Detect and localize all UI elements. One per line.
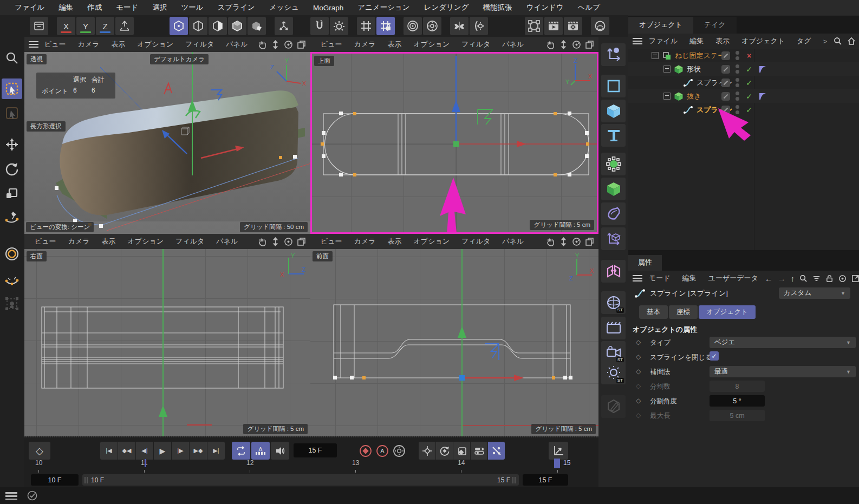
panel-menu-icon[interactable] (633, 275, 642, 282)
motext-button[interactable] (601, 124, 626, 147)
light-object-button[interactable]: ST (601, 362, 626, 384)
attr-menu-mode[interactable]: モード (643, 273, 676, 283)
vp-menu-panel[interactable]: パネル (220, 40, 253, 49)
enabled-mark[interactable]: ✓ (744, 92, 754, 101)
previous-selection-tool[interactable] (2, 103, 22, 123)
menu-spline[interactable]: スプライン (211, 3, 262, 12)
next-key-button[interactable]: ▶◆ (190, 442, 207, 460)
key-diamond-icon[interactable]: ◇ (636, 397, 641, 404)
object-label[interactable]: 形状 (687, 64, 701, 74)
orbit-icon[interactable] (284, 237, 293, 246)
close-spline-checkbox[interactable]: ✓ (710, 351, 719, 361)
toggle-view-icon[interactable] (297, 237, 306, 246)
key-rotation-toggle[interactable] (436, 442, 453, 460)
menu-file[interactable]: ファイル (8, 3, 51, 12)
key-scale-toggle[interactable] (453, 442, 470, 460)
rotate-tool[interactable] (2, 159, 22, 179)
ruler-tick-12[interactable]: 12 (246, 459, 253, 467)
keyframe-settings-button[interactable] (391, 442, 407, 460)
viewport-perspective-canvas[interactable]: 透視 デフォルトカメラ 選択合計 ポイント66 長方形選択 Y X Z ビューの… (24, 52, 310, 234)
om-menu-overflow[interactable]: > (818, 37, 833, 45)
dolly-icon[interactable] (271, 40, 280, 49)
loop-playback-button[interactable] (232, 442, 250, 460)
orbit-icon[interactable] (572, 237, 581, 246)
toggle-view-icon[interactable] (585, 40, 594, 49)
modeling-settings-button[interactable] (470, 17, 488, 35)
goto-start-button[interactable]: |◀ (100, 442, 118, 460)
attr-menu-userdata[interactable]: ユーザーデータ (703, 273, 764, 283)
render-to-picture-viewer-button[interactable] (544, 17, 563, 35)
tab-attributes[interactable]: 属性 (628, 255, 662, 271)
key-position-toggle[interactable] (419, 442, 435, 460)
visibility-dots[interactable] (736, 51, 739, 60)
layer-toggle-icon[interactable] (721, 65, 730, 74)
record-keyframe-button[interactable]: ◇ (29, 442, 50, 460)
collapse-icon[interactable] (663, 93, 671, 100)
tree-row-cutout[interactable]: 抜き ✓ (628, 89, 859, 103)
layer-toggle-icon[interactable] (721, 78, 730, 87)
orbit-icon[interactable] (572, 40, 581, 49)
tab-takes[interactable]: テイク (693, 17, 737, 34)
vp-menu-camera[interactable]: カメラ (348, 237, 382, 246)
menu-extensions[interactable]: 機能拡張 (476, 3, 519, 12)
menu-rendering[interactable]: レンダリング (417, 3, 476, 12)
object-label[interactable]: 抜き (687, 91, 701, 101)
tree-row-null[interactable]: ねじ固定ステー × (628, 49, 859, 62)
vp-menu-panel[interactable]: パネル (496, 237, 530, 246)
next-frame-button[interactable]: |▶ (172, 442, 189, 460)
range-grip-right[interactable] (512, 477, 517, 483)
history-back-icon[interactable]: ← (765, 274, 773, 283)
preset-dropdown[interactable]: カスタム ▼ (779, 287, 850, 299)
polygon-mode-button[interactable] (209, 17, 227, 35)
vp-menu-options[interactable]: オプション (132, 40, 180, 49)
play-sound-button[interactable] (271, 442, 289, 460)
key-pla-toggle[interactable] (488, 442, 505, 460)
enabled-mark[interactable]: ✓ (744, 65, 754, 74)
phong-tag-icon[interactable] (758, 92, 767, 101)
viewport-right-canvas[interactable]: 右面 X Z Y グリッド間隔 : 5 cm (24, 249, 310, 436)
visibility-dots[interactable] (736, 91, 739, 101)
lock-y-axis-button[interactable]: Y (76, 17, 95, 35)
viewport-menu-icon[interactable] (29, 41, 38, 48)
undo-history-button[interactable] (30, 17, 48, 35)
arc-spline-tool[interactable] (2, 272, 22, 292)
symmetry-button[interactable] (450, 17, 468, 35)
model-mode-button[interactable] (228, 17, 246, 35)
menu-mesh[interactable]: メッシュ (262, 3, 306, 12)
vp-menu-filter[interactable]: フィルタ (455, 40, 496, 49)
vp-menu-display[interactable]: 表示 (382, 237, 408, 246)
dolly-icon[interactable] (559, 237, 568, 246)
render-region-button[interactable] (525, 17, 543, 35)
pan-hand-icon[interactable] (258, 40, 267, 49)
menu-mode[interactable]: モード (109, 3, 145, 12)
snap-settings-button[interactable] (330, 17, 348, 35)
range-start-field[interactable]: 10 F (31, 474, 79, 486)
sculpt-button[interactable] (601, 395, 626, 418)
vp-menu-filter[interactable]: フィルタ (179, 40, 220, 49)
viewport-perspective[interactable]: ビュー カメラ 表示 オプション フィルタ パネル (24, 37, 310, 234)
dolly-icon[interactable] (271, 237, 280, 246)
move-tool[interactable] (2, 134, 22, 155)
panel-menu-icon[interactable] (633, 38, 642, 44)
menu-edit[interactable]: 編集 (51, 3, 80, 12)
preview-range-bar[interactable]: 10 F 15 F (82, 474, 519, 486)
orbit-icon[interactable] (284, 40, 293, 49)
vp-menu-options[interactable]: オプション (408, 40, 456, 49)
pan-hand-icon[interactable] (546, 40, 555, 49)
find-button[interactable] (2, 48, 22, 68)
vp-menu-camera[interactable]: カメラ (72, 40, 106, 49)
vp-menu-display[interactable]: 表示 (96, 237, 122, 246)
tree-row-spline-shape[interactable]: スプライン ✓ (628, 76, 859, 89)
history-forward-icon[interactable]: → (778, 274, 786, 283)
viewport-right[interactable]: ビュー カメラ 表示 オプション フィルタ パネル (24, 234, 310, 436)
deformer-button[interactable] (601, 202, 626, 225)
om-menu-objects[interactable]: オブジェクト (736, 36, 790, 46)
ruler-tick-10[interactable]: 10 (35, 459, 42, 467)
workplane-tool-button[interactable] (601, 43, 626, 66)
disabled-mark[interactable]: × (744, 51, 754, 60)
visibility-dots[interactable] (736, 78, 739, 87)
key-diamond-icon[interactable]: ◇ (636, 368, 641, 375)
scale-tool[interactable] (2, 182, 22, 203)
points-mode-button[interactable] (170, 17, 188, 35)
menu-help[interactable]: ヘルプ (571, 3, 607, 12)
